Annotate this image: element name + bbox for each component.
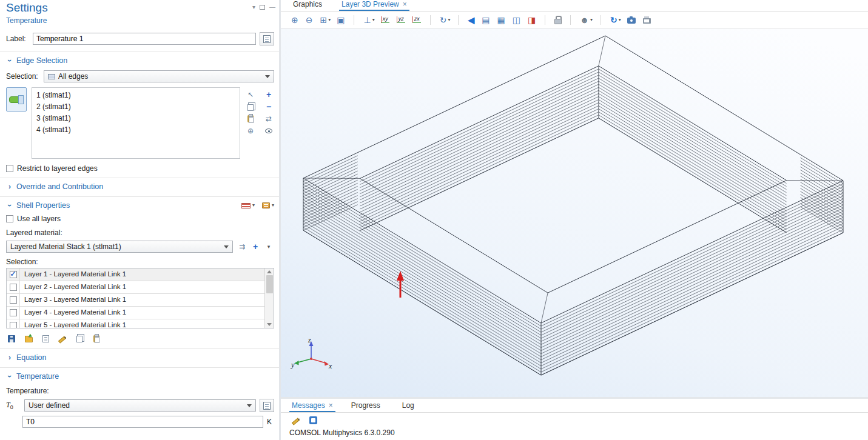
expression-options-button[interactable]: [260, 399, 274, 412]
save-table-icon[interactable]: [6, 333, 17, 344]
scene-light-icon[interactable]: ◀: [466, 15, 477, 25]
active-selection-toggle[interactable]: [6, 87, 27, 112]
restrict-layered-edges-checkbox[interactable]: Restrict to layered edges: [6, 164, 274, 173]
layers-scrollbar[interactable]: [264, 268, 274, 328]
section-title: Shell Properties: [16, 201, 70, 210]
layer-checkbox[interactable]: [10, 271, 17, 278]
layer-checkbox[interactable]: [10, 309, 17, 316]
appearance-icon[interactable]: ☻ ▾: [578, 15, 594, 25]
temperature-symbol: T0: [6, 401, 21, 410]
clear-messages-icon[interactable]: [291, 415, 301, 425]
layer-checkbox[interactable]: [10, 296, 17, 304]
zoom-in-icon[interactable]: ⊕: [289, 15, 301, 25]
go-to-default-view-icon[interactable]: ⊥ ▾: [362, 15, 376, 25]
edge-selection-combo[interactable]: All edges: [44, 70, 274, 82]
layer-checkbox[interactable]: [10, 284, 17, 291]
edge-list-item[interactable]: 4 (stlmat1): [32, 124, 240, 136]
layer-row[interactable]: Layer 1 - Layered Material Link 1: [7, 268, 264, 281]
remove-from-selection-icon[interactable]: −: [263, 102, 274, 112]
toolbar-separator[interactable]: [541, 14, 550, 26]
close-tab-icon[interactable]: ×: [403, 0, 407, 8]
tab-progress[interactable]: Progress: [349, 401, 386, 412]
label-caption: Label:: [6, 35, 29, 43]
toolbar-separator[interactable]: [597, 14, 606, 26]
collapse-sections-icon[interactable]: ▾: [252, 4, 255, 10]
print-icon[interactable]: [641, 15, 654, 25]
toolbar-separator[interactable]: [567, 14, 576, 26]
label-input[interactable]: [33, 33, 256, 45]
edge-list-item[interactable]: 1 (stlmat1): [32, 90, 240, 101]
layer-row[interactable]: Layer 2 - Layered Material Link 1: [7, 281, 264, 294]
edge-list-item[interactable]: 2 (stlmat1): [32, 101, 240, 113]
invert-selection-icon[interactable]: ⇄: [263, 114, 274, 124]
copy-selection-icon[interactable]: [245, 102, 256, 112]
export-table-icon[interactable]: [40, 333, 51, 344]
tab-log[interactable]: Log: [400, 401, 420, 412]
layer-label: Layer 3 - Layered Material Link 1: [20, 294, 126, 306]
view-yz-icon[interactable]: yz: [395, 15, 408, 24]
copy-table-icon[interactable]: [74, 333, 85, 344]
temperature-type-dropdown[interactable]: User defined: [24, 399, 256, 412]
zoom-to-selection-icon[interactable]: ⊕: [245, 126, 256, 136]
tab-graphics[interactable]: Graphics: [291, 0, 328, 11]
pick-selection-icon[interactable]: ↖: [245, 90, 256, 100]
temperature-value-input[interactable]: [22, 416, 263, 428]
material-stack-icon[interactable]: ▾: [262, 202, 274, 208]
shell-properties-header[interactable]: Shell Properties ▾▾: [6, 198, 274, 212]
toolbar-separator[interactable]: [350, 14, 359, 26]
paste-selection-icon[interactable]: [245, 114, 256, 124]
add-material-icon[interactable]: +: [250, 242, 261, 252]
coordinate-triad: z x y: [291, 336, 332, 370]
tab-messages[interactable]: Messages ×: [289, 401, 335, 412]
split-view-icon[interactable]: ◨: [526, 15, 539, 25]
layered-material-dropdown[interactable]: Layered Material Stack 1 (stlmat1): [6, 241, 233, 253]
transparency-icon[interactable]: ▤: [480, 15, 493, 25]
scrollbar-thumb[interactable]: [266, 275, 273, 293]
wireframe-icon[interactable]: ▦: [495, 15, 508, 25]
view-zx-icon[interactable]: zx: [411, 15, 424, 24]
zoom-box-icon[interactable]: ⊞ ▾: [318, 15, 332, 25]
edge-list[interactable]: 1 (stlmat1)2 (stlmat1)3 (stlmat1)4 (stlm…: [32, 87, 240, 159]
close-tab-icon[interactable]: ×: [329, 401, 333, 410]
equation-header[interactable]: Equation: [6, 350, 274, 364]
layer-label: Layer 1 - Layered Material Link 1: [20, 268, 126, 281]
use-all-layers-checkbox[interactable]: Use all layers: [6, 215, 274, 223]
override-layers-icon[interactable]: ▾: [241, 203, 255, 208]
lock-view-icon[interactable]: [553, 15, 564, 25]
graphics-canvas[interactable]: z x y: [281, 28, 868, 397]
toolbar-separator[interactable]: [454, 14, 463, 26]
temperature-section: Temperature Temperature: T0 User defined…: [0, 367, 279, 433]
rotate-view-icon[interactable]: ↻ ▾: [438, 15, 453, 25]
load-table-icon[interactable]: [23, 333, 34, 344]
layer-row[interactable]: Layer 3 - Layered Material Link 1: [7, 294, 264, 307]
show-selection-icon[interactable]: [263, 126, 274, 136]
label-options-button[interactable]: [260, 32, 274, 45]
paste-table-icon[interactable]: [91, 333, 102, 344]
view-xy-icon[interactable]: xy: [379, 15, 392, 24]
minimize-panel-icon[interactable]: —: [269, 4, 275, 10]
material-menu-chevron-icon[interactable]: ▾: [263, 242, 274, 252]
edge-list-item[interactable]: 3 (stlmat1): [32, 113, 240, 124]
layer-checkbox[interactable]: [10, 322, 17, 328]
zoom-extents-icon[interactable]: ▣: [335, 15, 348, 25]
edit-table-icon[interactable]: [57, 333, 68, 344]
update-preview-icon[interactable]: ↻ ▾: [608, 15, 623, 25]
toolbar-separator[interactable]: [426, 14, 436, 26]
scroll-up-icon[interactable]: [267, 270, 272, 273]
checkbox-icon: [6, 165, 13, 172]
layer-row[interactable]: Layer 4 - Layered Material Link 1: [7, 307, 264, 319]
float-panel-icon[interactable]: [260, 5, 265, 10]
copy-messages-icon[interactable]: [308, 415, 318, 425]
override-contribution-header[interactable]: Override and Contribution: [6, 179, 274, 193]
edge-selection-header[interactable]: Edge Selection: [6, 53, 274, 67]
add-to-selection-icon[interactable]: +: [263, 90, 274, 100]
snapshot-icon[interactable]: [625, 15, 639, 25]
plot-grid-icon[interactable]: ◫: [511, 15, 523, 25]
temperature-header[interactable]: Temperature: [6, 369, 274, 382]
go-to-source-icon[interactable]: ⇉: [237, 242, 247, 252]
scroll-down-icon[interactable]: [267, 323, 272, 326]
settings-panel: Settings Temperature ▾— Label: Edge Sele…: [0, 0, 281, 440]
zoom-out-icon[interactable]: ⊖: [304, 15, 316, 25]
tab-layer-3d-preview[interactable]: Layer 3D Preview ×: [339, 0, 409, 11]
layer-row[interactable]: Layer 5 - Layered Material Link 1: [7, 319, 264, 328]
